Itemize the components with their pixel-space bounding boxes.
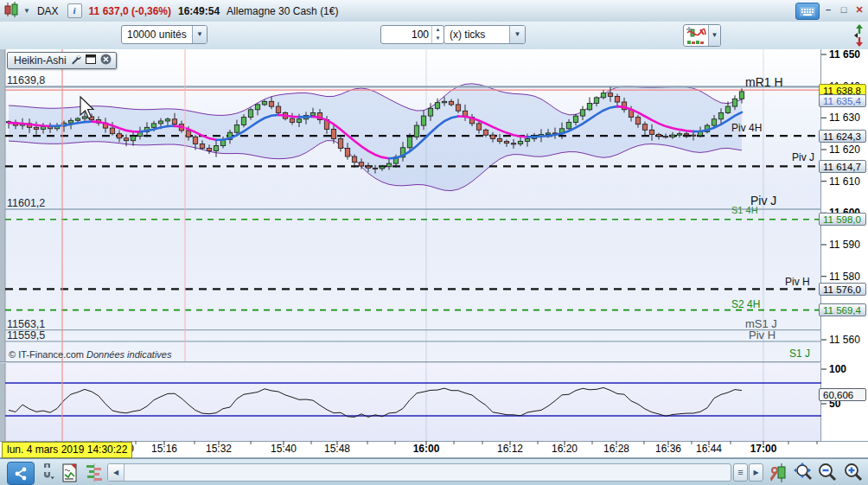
indicator-value-badge: 60,606 bbox=[819, 388, 866, 401]
symbol-label[interactable]: DAX bbox=[37, 5, 59, 17]
zoom-in-button[interactable] bbox=[842, 462, 865, 483]
bottom-toolbar: ◀ ≡ ▶ bbox=[0, 458, 868, 485]
link-windows-button[interactable] bbox=[36, 462, 59, 483]
timeframe-select[interactable]: (x) ticks ▼ bbox=[444, 25, 526, 44]
level-price-label: 11601,2 bbox=[7, 198, 45, 209]
scroll-right-arrow[interactable]: ▶ bbox=[749, 463, 763, 482]
price-axis-tick: 11 580 bbox=[829, 271, 860, 282]
price-axis-badge: 11 569,4 bbox=[819, 303, 866, 316]
pivot-label: Piv J bbox=[792, 152, 814, 163]
chevron-down-icon[interactable]: ▼ bbox=[509, 26, 525, 43]
chart-style-button[interactable]: ▼ bbox=[683, 24, 721, 47]
news-button[interactable] bbox=[59, 462, 81, 483]
chart-overlay: Heikin-Ashi © IT-Finance.com Données ind… bbox=[0, 49, 868, 458]
chevron-down-icon[interactable]: ▼ bbox=[708, 25, 720, 46]
price-axis-badge: 11 635,4 bbox=[819, 94, 866, 107]
chart-style-icon bbox=[684, 25, 708, 46]
tick-count-input[interactable] bbox=[381, 26, 431, 43]
chart-region: Heikin-Ashi © IT-Finance.com Données ind… bbox=[0, 49, 868, 458]
timeframe-value: (x) ticks bbox=[444, 26, 509, 43]
chart-settings-button[interactable] bbox=[768, 462, 790, 483]
time-axis-label: 16:12 bbox=[497, 444, 523, 454]
titlebar: ▼ DAX i 11 637,0 (-0,36%) 16:49:54 Allem… bbox=[0, 0, 868, 22]
pivot-label: Piv H bbox=[785, 277, 810, 287]
instrument-candles-icon bbox=[3, 2, 21, 20]
cursor-date-badge: lun. 4 mars 2019 14:30:22 bbox=[2, 442, 132, 458]
window-controls: – □ ✕ bbox=[795, 3, 866, 20]
info-button[interactable]: i bbox=[67, 3, 82, 18]
time-axis-label: 16:20 bbox=[552, 444, 578, 454]
time-axis-label: 15:16 bbox=[151, 444, 177, 454]
pivot-label: Piv H bbox=[749, 329, 775, 341]
scrollbar-menu-button[interactable]: ≡ bbox=[733, 463, 748, 482]
tick-count-stepper[interactable]: ▲▼ bbox=[380, 25, 444, 44]
indicator-axis-tick: 100 bbox=[829, 364, 846, 374]
detach-window-icon[interactable] bbox=[86, 54, 96, 67]
price-axis-tick: 11 650 bbox=[829, 49, 860, 60]
indicator-tab-heikin-ashi[interactable]: Heikin-Ashi bbox=[7, 52, 117, 69]
time-axis-label: 15:32 bbox=[206, 444, 232, 454]
share-button[interactable] bbox=[7, 462, 35, 485]
chevron-down-icon[interactable]: ▼ bbox=[192, 26, 207, 43]
wrench-icon[interactable] bbox=[71, 54, 81, 67]
keyboard-icon[interactable] bbox=[795, 3, 820, 20]
pivot-label: S1 4H bbox=[731, 206, 758, 215]
tab-label: Heikin-Ashi bbox=[14, 54, 67, 67]
order-book-button[interactable] bbox=[83, 462, 105, 483]
instrument-dropdown-caret[interactable]: ▼ bbox=[23, 7, 30, 15]
close-icon[interactable] bbox=[100, 54, 112, 67]
level-price-label: 11639,8 bbox=[7, 75, 45, 86]
clock: 16:49:54 bbox=[178, 5, 220, 17]
time-axis-label: 16:28 bbox=[603, 444, 629, 454]
price-axis-tick: 11 610 bbox=[829, 176, 860, 187]
scroll-left-arrow[interactable]: ◀ bbox=[108, 464, 124, 481]
data-feed-icon[interactable] bbox=[852, 23, 866, 51]
quantity-select[interactable]: 10000 unités ▼ bbox=[121, 25, 207, 44]
last-price: 11 637,0 (-0,36%) bbox=[89, 5, 171, 17]
close-button[interactable]: ✕ bbox=[852, 3, 866, 18]
time-axis-label: 17:00 bbox=[750, 444, 777, 454]
price-axis-badge: 11 614,7 bbox=[819, 160, 866, 173]
price-axis-badge: 11 624,3 bbox=[819, 130, 866, 143]
time-axis-label: 15:40 bbox=[271, 444, 297, 454]
pivot-label: S1 J bbox=[789, 348, 810, 359]
price-axis-tick: 11 620 bbox=[829, 144, 860, 155]
zoom-out-button[interactable] bbox=[816, 462, 839, 483]
pivot-label: mR1 H bbox=[745, 76, 783, 88]
quantity-value: 10000 unités bbox=[122, 26, 192, 43]
pivot-label: S2 4H bbox=[731, 299, 760, 310]
level-price-label: 11563,1 bbox=[7, 319, 45, 330]
level-price-label: 11559,5 bbox=[7, 330, 45, 341]
time-axis-label: 16:00 bbox=[413, 444, 440, 454]
zoom-fit-button[interactable] bbox=[792, 462, 814, 483]
horizontal-scrollbar[interactable]: ◀ bbox=[107, 463, 731, 482]
time-axis-label: 16:36 bbox=[655, 444, 681, 454]
price-axis-tick: 11 560 bbox=[829, 335, 860, 345]
trading-window: ▼ DAX i 11 637,0 (-0,36%) 16:49:54 Allem… bbox=[0, 0, 868, 485]
price-axis-tick: 11 630 bbox=[829, 112, 860, 123]
disclaimer: Données indicatives bbox=[86, 349, 171, 360]
copyright-note: © IT-Finance.com Données indicatives bbox=[9, 349, 171, 360]
price-axis-badge: 11 598,0 bbox=[819, 213, 866, 226]
maximize-button[interactable]: □ bbox=[837, 3, 851, 18]
time-axis-label: 15:48 bbox=[324, 444, 350, 454]
instrument-name: Allemagne 30 Cash (1€) bbox=[227, 5, 338, 17]
pivot-label: Piv 4H bbox=[731, 123, 762, 133]
chart-toolbar: 10000 unités ▼ ▲▼ (x) ticks ▼ ▼ bbox=[0, 22, 868, 50]
minimize-button[interactable]: – bbox=[821, 3, 835, 18]
stepper-arrows[interactable]: ▲▼ bbox=[431, 26, 444, 43]
price-axis-tick: 11 590 bbox=[829, 239, 860, 250]
price-axis-badge: 11 576,0 bbox=[819, 283, 866, 296]
time-axis-label: 16:44 bbox=[696, 444, 722, 454]
